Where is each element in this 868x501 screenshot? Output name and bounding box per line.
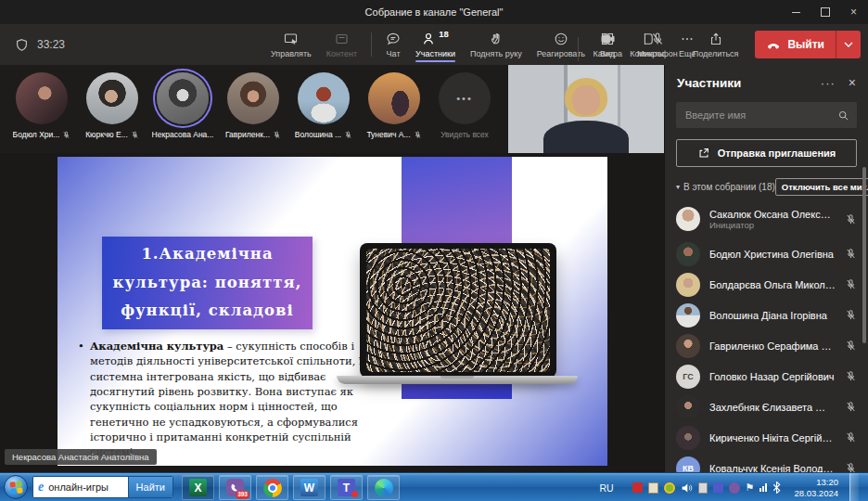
tray-antivirus-icon[interactable] bbox=[632, 482, 643, 493]
mic-button[interactable]: Микрофон bbox=[630, 32, 685, 58]
excel-taskbar-button[interactable]: X bbox=[182, 475, 214, 500]
invite-label: Отправка приглашения bbox=[718, 148, 836, 159]
edge-icon bbox=[375, 479, 393, 497]
word-taskbar-button[interactable]: W bbox=[293, 475, 326, 500]
windows-logo-icon bbox=[9, 481, 22, 494]
mic-label: Микрофон bbox=[637, 49, 678, 58]
leave-options-button[interactable] bbox=[836, 31, 861, 58]
restore-icon bbox=[821, 7, 830, 17]
participant-thumbnail[interactable]: Некрасова Ана... bbox=[150, 65, 215, 153]
participant-search[interactable] bbox=[676, 102, 857, 128]
muted-mic-icon bbox=[650, 32, 665, 46]
taskbar-clock[interactable]: 13:20 28.03.2024 bbox=[794, 477, 838, 498]
presenter-name-label: Некрасова Анастасія Анатоліївна bbox=[5, 449, 157, 465]
teams-taskbar-button[interactable]: T bbox=[330, 475, 363, 500]
mute-all-button[interactable]: Отключить все мик... bbox=[775, 178, 868, 196]
share-button[interactable]: Поделиться bbox=[685, 32, 747, 58]
meeting-stage: Бодюл Хри... Кюркчю Е... Некрасова Ана..… bbox=[0, 65, 868, 472]
tray-teams-icon[interactable] bbox=[713, 482, 723, 493]
participant-avatar bbox=[676, 273, 700, 297]
participant-avatar bbox=[227, 72, 279, 124]
leave-button[interactable]: Выйти bbox=[755, 37, 836, 52]
participant-thumbnail[interactable]: Туневич А... bbox=[362, 65, 427, 153]
participant-name: Гавриленко Серафима Сергіївна bbox=[709, 340, 836, 352]
participant-name: Бодюл Христина Олегівна bbox=[709, 249, 836, 260]
webcam-person-face bbox=[572, 85, 600, 115]
participant-name: Болдарєва Ольга Миколаївна bbox=[709, 279, 836, 290]
shield-icon bbox=[15, 38, 29, 52]
participant-thumbnail[interactable]: Гавриленк... bbox=[221, 65, 286, 153]
close-button[interactable]: × bbox=[839, 0, 868, 24]
bullet-marker: • bbox=[78, 339, 84, 353]
volume-icon[interactable] bbox=[681, 482, 693, 494]
panel-close-icon[interactable]: × bbox=[849, 75, 856, 90]
content-label: Контент bbox=[326, 49, 357, 58]
section-label: В этом собрании (18) bbox=[683, 182, 775, 192]
participant-avatar bbox=[86, 72, 138, 124]
bullet-body: – сукупність способів і методів діяльнос… bbox=[90, 340, 365, 458]
meeting-section-toggle[interactable]: ▾ В этом собрании (18) bbox=[676, 182, 775, 192]
panel-scrollbar[interactable] bbox=[862, 167, 866, 343]
show-desktop-button[interactable] bbox=[849, 473, 859, 501]
network-signal-icon[interactable] bbox=[760, 483, 767, 492]
participant-row[interactable]: Болдарєва Ольга Миколаївна bbox=[665, 269, 868, 300]
start-button[interactable] bbox=[4, 475, 28, 499]
laptop-base bbox=[337, 376, 578, 384]
taskbar-search-box[interactable]: e Найти bbox=[32, 476, 173, 498]
camera-button[interactable]: Камера bbox=[585, 32, 629, 58]
participant-thumbnail[interactable]: Бодюл Хри... bbox=[9, 65, 74, 153]
tray-shield-icon[interactable] bbox=[664, 482, 675, 494]
chrome-taskbar-button[interactable] bbox=[256, 475, 288, 500]
participant-avatar bbox=[16, 72, 68, 124]
tray-viber-icon[interactable] bbox=[729, 482, 740, 494]
participant-row[interactable]: КВ Ковальчук Ксенія Володимирів... bbox=[665, 453, 868, 472]
chrome-icon bbox=[263, 479, 282, 497]
participant-row[interactable]: ГС Головко Назар Сергійович bbox=[665, 361, 868, 392]
participant-avatar bbox=[157, 72, 209, 124]
manage-button[interactable]: Управлять bbox=[263, 24, 319, 65]
slide-bullet-paragraph: •Академічна культура – сукупність способ… bbox=[78, 339, 370, 460]
invite-share-icon bbox=[697, 147, 710, 160]
participant-row[interactable]: Гавриленко Серафима Сергіївна bbox=[665, 330, 868, 361]
content-icon bbox=[334, 32, 350, 46]
bullet-term: Академічна культура bbox=[90, 340, 223, 353]
edge-taskbar-button[interactable] bbox=[367, 475, 400, 500]
participant-name: Головко Назар Сергійович bbox=[709, 371, 836, 382]
raise-hand-button[interactable]: Поднять руку bbox=[463, 24, 530, 65]
tray-document-icon[interactable] bbox=[648, 482, 658, 494]
participant-thumbnail[interactable]: ••• Увидеть всех bbox=[432, 65, 497, 153]
thumbnail-name: Гавриленк... bbox=[225, 130, 270, 139]
tray-clipboard-icon[interactable] bbox=[698, 482, 708, 494]
send-invite-button[interactable]: Отправка приглашения bbox=[676, 139, 857, 167]
participant-row[interactable]: Сакалюк Оксана Олександрівна Инициатор bbox=[665, 199, 868, 238]
search-input[interactable] bbox=[683, 109, 837, 122]
tray-flag-icon[interactable]: ⚑ bbox=[746, 482, 755, 493]
participant-thumbnail[interactable]: Кюркчю Е... bbox=[80, 65, 145, 153]
participant-row[interactable]: Волошина Діана Ігорівна bbox=[665, 300, 868, 330]
restore-button[interactable] bbox=[811, 0, 839, 24]
participant-avatar bbox=[298, 72, 350, 124]
monitor-cursor-icon bbox=[283, 32, 299, 46]
shared-content-area: 1.Академічна культура: поняття, функції,… bbox=[0, 153, 664, 472]
panel-more-icon[interactable]: ··· bbox=[821, 76, 836, 90]
muted-mic-icon bbox=[845, 462, 857, 472]
content-button[interactable]: Контент bbox=[319, 24, 364, 65]
clock-time: 13:20 bbox=[794, 477, 838, 487]
active-speaker-video[interactable] bbox=[508, 65, 664, 153]
participants-list: Сакалюк Оксана Олександрівна Инициатор Б… bbox=[665, 199, 868, 472]
find-button[interactable]: Найти bbox=[128, 477, 172, 497]
participant-row[interactable]: Кириченко Нікіта Сергійович bbox=[665, 422, 868, 453]
viber-badge: 393 bbox=[236, 491, 249, 500]
chat-button[interactable]: Чат bbox=[378, 24, 408, 65]
participant-row[interactable]: Бодюл Христина Олегівна bbox=[665, 238, 868, 269]
participants-button[interactable]: 18 Участники bbox=[408, 24, 463, 65]
minimize-button[interactable] bbox=[782, 0, 811, 24]
participant-name: Волошина Діана Ігорівна bbox=[709, 310, 836, 321]
viber-taskbar-button[interactable]: 393 bbox=[219, 475, 251, 500]
language-indicator[interactable]: RU bbox=[599, 482, 613, 494]
bluetooth-icon[interactable] bbox=[772, 482, 781, 494]
participant-row[interactable]: Захлебняк Єлизавета Юріївна bbox=[665, 392, 868, 422]
participant-thumbnail[interactable]: Волошина ... bbox=[291, 65, 356, 153]
taskbar-search-input[interactable] bbox=[46, 481, 127, 494]
stage-left-column: Бодюл Хри... Кюркчю Е... Некрасова Ана..… bbox=[0, 65, 664, 472]
